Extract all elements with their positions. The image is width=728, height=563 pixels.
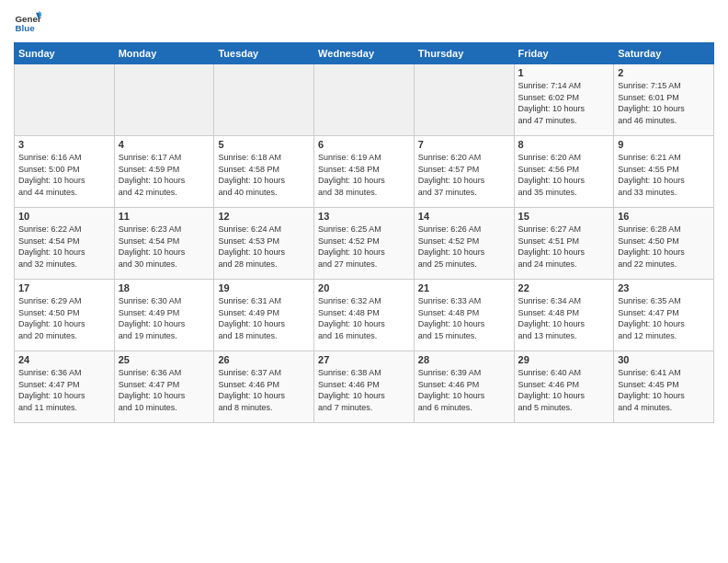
- day-info: Sunrise: 6:19 AMSunset: 4:58 PMDaylight:…: [318, 152, 410, 198]
- day-number: 28: [418, 354, 510, 365]
- day-cell: 17Sunrise: 6:29 AMSunset: 4:50 PMDayligh…: [15, 280, 115, 351]
- day-info: Sunrise: 6:21 AMSunset: 4:55 PMDaylight:…: [618, 152, 710, 198]
- day-number: 4: [119, 139, 210, 150]
- day-cell: 7Sunrise: 6:20 AMSunset: 4:57 PMDaylight…: [414, 136, 514, 208]
- day-number: 17: [18, 282, 110, 293]
- day-number: 1: [518, 67, 610, 78]
- week-row-1: 1Sunrise: 7:14 AMSunset: 6:02 PMDaylight…: [15, 64, 714, 136]
- day-number: 7: [418, 139, 510, 150]
- day-info: Sunrise: 6:20 AMSunset: 4:57 PMDaylight:…: [418, 152, 510, 198]
- day-info: Sunrise: 7:14 AMSunset: 6:02 PMDaylight:…: [518, 80, 610, 126]
- day-info: Sunrise: 6:27 AMSunset: 4:51 PMDaylight:…: [518, 224, 610, 270]
- header-cell-monday: Monday: [114, 43, 214, 64]
- day-cell: 3Sunrise: 6:16 AMSunset: 5:00 PMDaylight…: [15, 136, 115, 208]
- header: General Blue: [14, 9, 714, 37]
- day-number: 20: [318, 282, 410, 293]
- day-cell: 30Sunrise: 6:41 AMSunset: 4:45 PMDayligh…: [614, 351, 714, 423]
- day-info: Sunrise: 6:30 AMSunset: 4:49 PMDaylight:…: [119, 295, 210, 341]
- day-info: Sunrise: 6:17 AMSunset: 4:59 PMDaylight:…: [119, 152, 210, 198]
- day-info: Sunrise: 6:36 AMSunset: 4:47 PMDaylight:…: [18, 367, 110, 413]
- day-info: Sunrise: 6:38 AMSunset: 4:46 PMDaylight:…: [318, 367, 410, 413]
- day-info: Sunrise: 6:34 AMSunset: 4:48 PMDaylight:…: [518, 295, 610, 341]
- logo: General Blue: [14, 9, 41, 37]
- day-info: Sunrise: 6:23 AMSunset: 4:54 PMDaylight:…: [119, 224, 210, 270]
- day-number: 24: [18, 354, 110, 365]
- day-info: Sunrise: 6:37 AMSunset: 4:46 PMDaylight:…: [218, 367, 310, 413]
- week-row-4: 17Sunrise: 6:29 AMSunset: 4:50 PMDayligh…: [15, 280, 714, 351]
- day-info: Sunrise: 6:24 AMSunset: 4:53 PMDaylight:…: [218, 224, 310, 270]
- page-container: General Blue SundayMondayTuesdayWednesda…: [0, 0, 728, 428]
- day-cell: 22Sunrise: 6:34 AMSunset: 4:48 PMDayligh…: [514, 280, 614, 351]
- svg-text:Blue: Blue: [16, 23, 36, 33]
- day-cell: [414, 64, 514, 136]
- logo-icon: General Blue: [14, 9, 41, 37]
- day-cell: 16Sunrise: 6:28 AMSunset: 4:50 PMDayligh…: [614, 208, 714, 280]
- day-cell: [214, 64, 314, 136]
- day-cell: 4Sunrise: 6:17 AMSunset: 4:59 PMDaylight…: [114, 136, 214, 208]
- week-row-3: 10Sunrise: 6:22 AMSunset: 4:54 PMDayligh…: [15, 208, 714, 280]
- day-cell: 12Sunrise: 6:24 AMSunset: 4:53 PMDayligh…: [214, 208, 314, 280]
- day-cell: 27Sunrise: 6:38 AMSunset: 4:46 PMDayligh…: [314, 351, 415, 423]
- day-cell: 6Sunrise: 6:19 AMSunset: 4:58 PMDaylight…: [314, 136, 415, 208]
- day-info: Sunrise: 6:31 AMSunset: 4:49 PMDaylight:…: [218, 295, 310, 341]
- day-number: 8: [518, 139, 610, 150]
- day-cell: 18Sunrise: 6:30 AMSunset: 4:49 PMDayligh…: [114, 280, 214, 351]
- day-number: 3: [18, 139, 110, 150]
- day-info: Sunrise: 6:18 AMSunset: 4:58 PMDaylight:…: [218, 152, 310, 198]
- day-info: Sunrise: 6:36 AMSunset: 4:47 PMDaylight:…: [119, 367, 210, 413]
- day-cell: [114, 64, 214, 136]
- day-info: Sunrise: 6:33 AMSunset: 4:48 PMDaylight:…: [418, 295, 510, 341]
- day-cell: 25Sunrise: 6:36 AMSunset: 4:47 PMDayligh…: [114, 351, 214, 423]
- header-cell-saturday: Saturday: [614, 43, 714, 64]
- day-cell: 19Sunrise: 6:31 AMSunset: 4:49 PMDayligh…: [214, 280, 314, 351]
- day-info: Sunrise: 6:41 AMSunset: 4:45 PMDaylight:…: [618, 367, 710, 413]
- day-cell: 29Sunrise: 6:40 AMSunset: 4:46 PMDayligh…: [514, 351, 614, 423]
- day-cell: 15Sunrise: 6:27 AMSunset: 4:51 PMDayligh…: [514, 208, 614, 280]
- day-number: 15: [518, 211, 610, 222]
- header-row: SundayMondayTuesdayWednesdayThursdayFrid…: [15, 43, 714, 64]
- day-number: 18: [119, 282, 210, 293]
- day-number: 10: [18, 211, 110, 222]
- header-cell-wednesday: Wednesday: [314, 43, 415, 64]
- day-info: Sunrise: 6:25 AMSunset: 4:52 PMDaylight:…: [318, 224, 410, 270]
- day-cell: [15, 64, 115, 136]
- day-cell: 1Sunrise: 7:14 AMSunset: 6:02 PMDaylight…: [514, 64, 614, 136]
- calendar-table: SundayMondayTuesdayWednesdayThursdayFrid…: [14, 42, 714, 423]
- day-cell: 21Sunrise: 6:33 AMSunset: 4:48 PMDayligh…: [414, 280, 514, 351]
- day-cell: 20Sunrise: 6:32 AMSunset: 4:48 PMDayligh…: [314, 280, 415, 351]
- week-row-2: 3Sunrise: 6:16 AMSunset: 5:00 PMDaylight…: [15, 136, 714, 208]
- day-info: Sunrise: 6:22 AMSunset: 4:54 PMDaylight:…: [18, 224, 110, 270]
- day-number: 21: [418, 282, 510, 293]
- day-info: Sunrise: 6:35 AMSunset: 4:47 PMDaylight:…: [618, 295, 710, 341]
- day-cell: [314, 64, 415, 136]
- day-number: 26: [218, 354, 310, 365]
- day-cell: 10Sunrise: 6:22 AMSunset: 4:54 PMDayligh…: [15, 208, 115, 280]
- day-number: 2: [618, 67, 710, 78]
- day-number: 12: [218, 211, 310, 222]
- header-cell-tuesday: Tuesday: [214, 43, 314, 64]
- day-info: Sunrise: 6:28 AMSunset: 4:50 PMDaylight:…: [618, 224, 710, 270]
- header-cell-thursday: Thursday: [414, 43, 514, 64]
- day-info: Sunrise: 6:26 AMSunset: 4:52 PMDaylight:…: [418, 224, 510, 270]
- day-cell: 14Sunrise: 6:26 AMSunset: 4:52 PMDayligh…: [414, 208, 514, 280]
- day-info: Sunrise: 6:32 AMSunset: 4:48 PMDaylight:…: [318, 295, 410, 341]
- day-cell: 5Sunrise: 6:18 AMSunset: 4:58 PMDaylight…: [214, 136, 314, 208]
- day-number: 11: [119, 211, 210, 222]
- week-row-5: 24Sunrise: 6:36 AMSunset: 4:47 PMDayligh…: [15, 351, 714, 423]
- day-cell: 24Sunrise: 6:36 AMSunset: 4:47 PMDayligh…: [15, 351, 115, 423]
- day-number: 23: [618, 282, 710, 293]
- day-number: 25: [119, 354, 210, 365]
- day-info: Sunrise: 6:16 AMSunset: 5:00 PMDaylight:…: [18, 152, 110, 198]
- day-info: Sunrise: 6:40 AMSunset: 4:46 PMDaylight:…: [518, 367, 610, 413]
- day-info: Sunrise: 6:39 AMSunset: 4:46 PMDaylight:…: [418, 367, 510, 413]
- day-info: Sunrise: 6:20 AMSunset: 4:56 PMDaylight:…: [518, 152, 610, 198]
- day-cell: 8Sunrise: 6:20 AMSunset: 4:56 PMDaylight…: [514, 136, 614, 208]
- day-number: 30: [618, 354, 710, 365]
- calendar-header: SundayMondayTuesdayWednesdayThursdayFrid…: [15, 43, 714, 64]
- day-number: 14: [418, 211, 510, 222]
- header-cell-friday: Friday: [514, 43, 614, 64]
- day-number: 16: [618, 211, 710, 222]
- day-cell: 26Sunrise: 6:37 AMSunset: 4:46 PMDayligh…: [214, 351, 314, 423]
- day-info: Sunrise: 7:15 AMSunset: 6:01 PMDaylight:…: [618, 80, 710, 126]
- calendar-body: 1Sunrise: 7:14 AMSunset: 6:02 PMDaylight…: [15, 64, 714, 423]
